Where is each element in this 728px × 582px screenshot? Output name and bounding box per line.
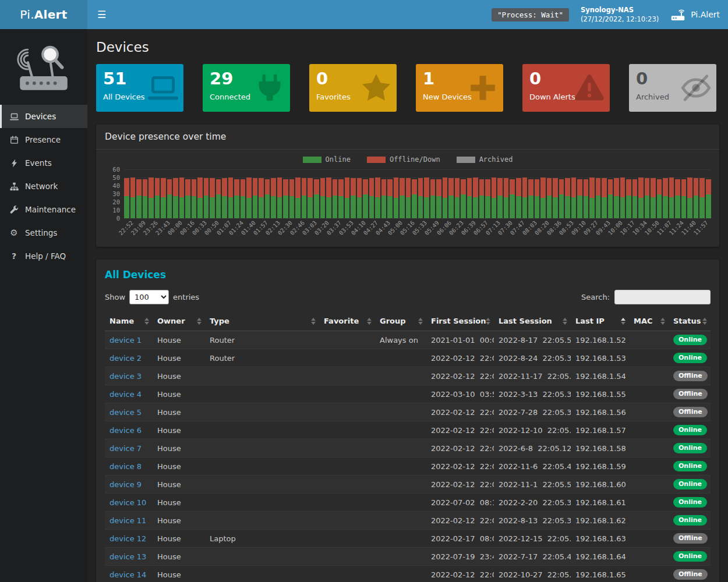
device-link[interactable]: device 3 (109, 372, 142, 381)
cell-status: Online (669, 331, 711, 349)
status-badge: Online (673, 425, 707, 435)
cell-mac (629, 421, 669, 439)
chart-bar (669, 169, 674, 218)
column-header-type[interactable]: Type (205, 311, 319, 331)
app-logo-text[interactable]: Pi.Alert (0, 0, 87, 29)
column-header-group[interactable]: Group (375, 311, 426, 331)
legend-item-offline-down[interactable]: Offline/Down (367, 155, 440, 164)
chart-bar (185, 169, 190, 218)
laptop-icon (9, 112, 19, 121)
column-header-mac[interactable]: MAC (629, 311, 669, 331)
page-size-select[interactable]: 100 (129, 290, 169, 304)
cell-status: Online (669, 548, 711, 566)
summary-card-new-devices[interactable]: 1New Devices (416, 64, 503, 112)
chart-bar (436, 169, 441, 218)
device-link[interactable]: device 6 (109, 426, 142, 435)
cell-name: device 14 (105, 566, 153, 582)
device-link[interactable]: device 13 (109, 552, 146, 561)
plus-icon (468, 73, 498, 103)
cell-last-session: 2022-7-17 22:05.44 (494, 548, 571, 566)
chart-bar (345, 169, 350, 218)
sidebar-toggle-button[interactable]: ☰ (87, 9, 116, 20)
chart-bar (596, 169, 601, 218)
column-header-first-session[interactable]: First Session (426, 311, 494, 331)
column-header-status[interactable]: Status (669, 311, 711, 331)
sidebar-item-help-faq[interactable]: ?Help / FAQ (0, 244, 87, 268)
device-link[interactable]: device 11 (109, 516, 146, 525)
column-header-name[interactable]: Name (105, 311, 153, 331)
device-link[interactable]: device 10 (109, 498, 146, 507)
cell-mac (629, 457, 669, 475)
summary-card-archived[interactable]: 0Archived (629, 64, 716, 112)
sidebar: DevicesPresenceEventsNetworkMaintenance⚙… (0, 29, 87, 582)
chart-bar (192, 169, 197, 218)
cell-last-session: 2022-11-17 22:05.52 (494, 367, 571, 385)
column-header-last-ip[interactable]: Last IP (571, 311, 629, 331)
cell-status: Online (669, 349, 711, 367)
legend-label: Archived (479, 155, 513, 164)
cell-group (375, 367, 426, 385)
device-link[interactable]: device 2 (109, 354, 142, 363)
table-row: device 13House2022-07-19 23:452022-7-17 … (105, 548, 711, 566)
summary-card-down-alerts[interactable]: 0Down Alerts (522, 64, 610, 112)
cell-type (205, 457, 319, 475)
device-link[interactable]: device 1 (109, 336, 142, 345)
chart-bar (540, 169, 546, 218)
chart-bar (497, 169, 503, 218)
device-link[interactable]: device 7 (109, 444, 142, 453)
chart-bar (228, 169, 234, 218)
sidebar-item-settings[interactable]: ⚙Settings (0, 221, 87, 244)
chart-bar (326, 169, 331, 218)
navbar-right: "Process: Wait" Synology-NAS (27/12/2022… (492, 5, 720, 24)
main-content: Devices 51All Devices29Connected0Favorit… (87, 29, 728, 582)
column-header-owner[interactable]: Owner (153, 311, 205, 331)
summary-card-connected[interactable]: 29Connected (203, 64, 290, 112)
gear-icon: ⚙ (9, 229, 19, 237)
cell-first-session: 2022-02-17 08:05 (426, 530, 494, 548)
search-input[interactable] (614, 290, 711, 304)
chart-bar (663, 169, 668, 218)
chart-bar (479, 169, 485, 218)
sidebar-item-devices[interactable]: Devices (0, 105, 87, 128)
column-header-last-session[interactable]: Last Session (494, 311, 571, 331)
header-app-link[interactable]: Pi.Alert (670, 8, 720, 21)
device-link[interactable]: device 8 (109, 462, 142, 471)
sidebar-item-events[interactable]: Events (0, 151, 87, 175)
cell-type (205, 421, 319, 439)
summary-card-all-devices[interactable]: 51All Devices (96, 64, 183, 112)
cell-status: Online (669, 475, 711, 494)
legend-item-online[interactable]: Online (303, 155, 351, 164)
chart-bar (547, 169, 552, 218)
device-link[interactable]: device 14 (109, 570, 146, 579)
device-link[interactable]: device 9 (109, 480, 142, 489)
cell-last-ip: 192.168.1.59 (571, 457, 629, 475)
cell-mac (629, 494, 669, 512)
cell-last-ip: 192.168.1.61 (571, 494, 629, 512)
summary-card-favorites[interactable]: 0Favorites (309, 64, 397, 112)
device-link[interactable]: device 4 (109, 390, 142, 399)
sidebar-item-network[interactable]: Network (0, 175, 87, 198)
chart-bar (161, 169, 166, 218)
status-badge: Offline (673, 569, 708, 580)
column-header-label: MAC (634, 317, 653, 325)
chart-bar (333, 169, 338, 218)
device-link[interactable]: device 12 (109, 534, 146, 543)
status-badge: Offline (673, 371, 708, 381)
table-row: device 12HouseLaptop2022-02-17 08:052022… (105, 530, 711, 548)
chart-bar (577, 169, 582, 218)
column-header-label: Group (380, 317, 406, 325)
sidebar-item-maintenance[interactable]: Maintenance (0, 198, 87, 221)
sidebar-item-presence[interactable]: Presence (0, 128, 87, 151)
brand-bold: Alert (34, 8, 68, 22)
cell-first-session: 2022-02-12 22:05 (426, 403, 494, 421)
top-navbar: Pi.Alert ☰ "Process: Wait" Synology-NAS … (0, 0, 728, 29)
cell-owner: House (153, 530, 205, 548)
column-header-label: Last IP (575, 317, 605, 325)
table-row: device 9House2022-02-12 22:052022-11-1 2… (105, 475, 711, 494)
cell-first-session: 2022-02-12 22:05 (426, 512, 494, 530)
chart-bar (461, 169, 466, 218)
legend-item-archived[interactable]: Archived (457, 155, 513, 164)
device-link[interactable]: device 5 (109, 408, 142, 417)
wrench-icon (9, 205, 19, 214)
column-header-favorite[interactable]: Favorite (319, 311, 375, 331)
